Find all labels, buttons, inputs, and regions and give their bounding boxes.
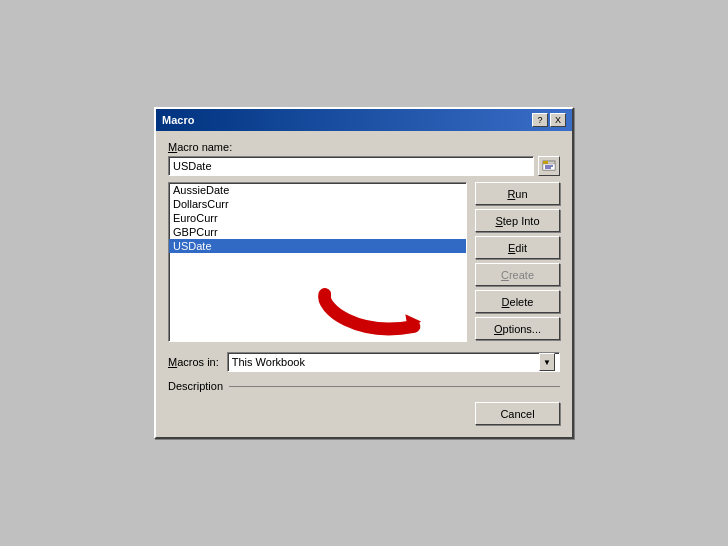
cancel-row: Cancel [168,402,560,425]
dialog-title: Macro [162,114,194,126]
select-arrow-icon: ▼ [539,353,555,371]
main-area: AussieDate DollarsCurr EuroCurr GBPCurr … [168,182,560,342]
step-into-button[interactable]: Step Into [475,209,560,232]
close-button[interactable]: X [550,113,566,127]
macro-name-label: Macro name: [168,141,560,153]
macros-in-row: Macros in: This Workbook ▼ [168,352,560,372]
macro-name-input-row [168,156,560,176]
cancel-button[interactable]: Cancel [475,402,560,425]
action-buttons: Run Step Into Edit Create Delete Options… [475,182,560,342]
options-button[interactable]: Options... [475,317,560,340]
macros-in-label: Macros in: [168,356,219,368]
edit-button[interactable]: Edit [475,236,560,259]
list-item[interactable]: AussieDate [169,183,466,197]
help-button[interactable]: ? [532,113,548,127]
macro-name-row: Macro name: [168,141,560,176]
macro-list[interactable]: AussieDate DollarsCurr EuroCurr GBPCurr … [169,183,466,341]
titlebar-buttons: ? X [532,113,566,127]
description-label: Description [168,380,223,392]
macros-in-value: This Workbook [232,356,305,368]
create-button[interactable]: Create [475,263,560,286]
list-item[interactable]: DollarsCurr [169,197,466,211]
svg-rect-1 [543,161,548,164]
dialog-content: Macro name: AussieDate [156,131,572,437]
run-button[interactable]: Run [475,182,560,205]
list-item[interactable]: GBPCurr [169,225,466,239]
description-divider [229,386,560,387]
macro-list-container: AussieDate DollarsCurr EuroCurr GBPCurr … [168,182,467,342]
bottom-section: Macros in: This Workbook ▼ Description [168,352,560,392]
list-item[interactable]: EuroCurr [169,211,466,225]
titlebar: Macro ? X [156,109,572,131]
description-row: Description [168,380,560,392]
macros-in-select[interactable]: This Workbook ▼ [227,352,560,372]
delete-button[interactable]: Delete [475,290,560,313]
macro-dialog: Macro ? X Macro name: [154,107,574,439]
browse-icon [542,159,556,173]
svg-rect-2 [543,164,555,170]
list-item-selected[interactable]: USDate [169,239,466,253]
macro-name-input[interactable] [168,156,534,176]
browse-button[interactable] [538,156,560,176]
